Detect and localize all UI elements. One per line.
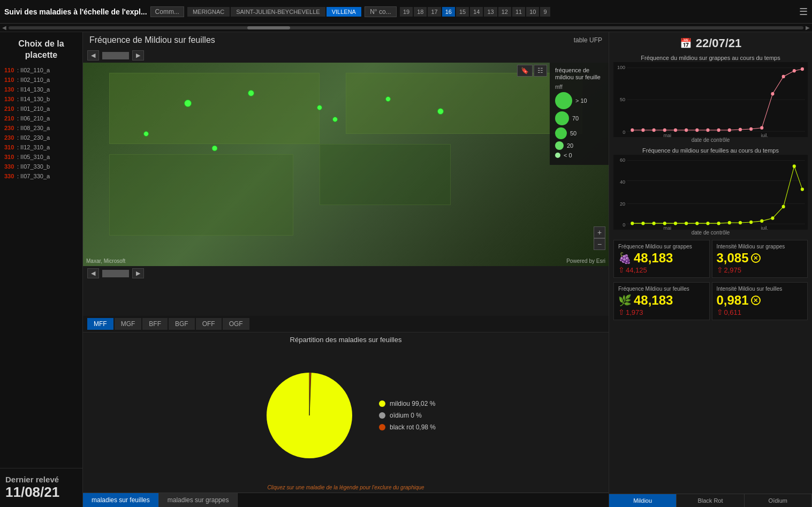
map-container[interactable]: + − 🔖 ☷ Maxar, Microsoft Powered by Esri… xyxy=(83,63,609,266)
zoom-out-button[interactable]: − xyxy=(594,238,605,250)
map-background: + − 🔖 ☷ Maxar, Microsoft Powered by Esri… xyxy=(83,63,609,266)
num-tab-12[interactable]: 12 xyxy=(498,7,511,17)
tab-oidium[interactable]: Oïdium xyxy=(745,494,812,507)
zoom-in-button[interactable]: + xyxy=(594,226,605,238)
svg-text:40: 40 xyxy=(620,179,625,185)
placette-item[interactable]: 330 : II07_330_a xyxy=(0,171,82,181)
placette-item[interactable]: 130 : II14_130_b xyxy=(0,94,82,104)
comm-button[interactable]: Comm... xyxy=(150,6,184,17)
number-tabs: 19 18 17 16 15 14 13 12 11 10 9 xyxy=(400,7,550,17)
map-zoom-controls: + − xyxy=(594,226,605,250)
tab-ogf[interactable]: OGF xyxy=(223,318,249,330)
num-tab-10[interactable]: 10 xyxy=(526,7,539,17)
metric-freq-grappes: Fréquence Mildiou sur grappes 🍇 48,183 ⇧… xyxy=(613,240,710,278)
chart-grappes-section: Fréquence du mildiou sur grappes au cour… xyxy=(609,52,812,145)
location-tabs: MERIGNAC SAINT-JULIEN-BEYCHEVELLE VILLEN… xyxy=(187,7,361,17)
tab-bff[interactable]: BFF xyxy=(142,318,168,330)
placette-num: 210 xyxy=(4,105,16,112)
tab-villena[interactable]: VILLENA xyxy=(327,7,361,17)
num-tab-18[interactable]: 18 xyxy=(414,7,427,17)
tab-black-rot[interactable]: Black Rot xyxy=(677,494,744,507)
metrics-row-2: Fréquence Mildiou sur feuilles 🌿 48,183 … xyxy=(609,280,812,322)
freq-grappes-label: Fréquence Mildiou sur grappes xyxy=(618,244,705,249)
map-prev-arrow[interactable]: ◀ xyxy=(87,50,99,60)
pie-legend-mildiou[interactable]: mildiou 99,02 % xyxy=(379,400,436,407)
num-tab-14[interactable]: 14 xyxy=(470,7,483,17)
tab-merignac[interactable]: MERIGNAC xyxy=(187,7,230,17)
placette-num: 230 xyxy=(4,125,16,131)
num-tab-19[interactable]: 19 xyxy=(400,7,413,17)
chart2-axis-label: date de contrôle xyxy=(613,230,808,236)
pie-legend: mildiou 99,02 % oïdium 0 % black rot 0,9… xyxy=(379,400,436,431)
pie-content: mildiou 99,02 % oïdium 0 % black rot 0,9… xyxy=(83,347,609,483)
menu-button[interactable]: ☰ xyxy=(799,6,808,18)
placette-item[interactable]: 310 : II12_310_a xyxy=(0,142,82,152)
svg-text:mai: mai xyxy=(664,225,672,230)
date-value: 22/07/21 xyxy=(696,36,742,50)
legend-item-5: < 0 xyxy=(555,152,603,158)
map-view-buttons: 🔖 ☷ xyxy=(517,65,547,77)
map-next-arrow[interactable]: ▶ xyxy=(132,50,144,60)
placette-item[interactable]: 210 : II01_210_a xyxy=(0,104,82,113)
placette-item[interactable]: 230 : II02_230_a xyxy=(0,133,82,142)
legend-item-3: 50 xyxy=(555,127,603,139)
placette-item[interactable]: 130 : II14_130_a xyxy=(0,85,82,94)
chart-feuilles-title: Fréquence du mildiou sur feuilles au cou… xyxy=(613,147,808,154)
placette-name: : II12_310_a xyxy=(17,144,50,150)
pie-legend-blackrot[interactable]: black rot 0,98 % xyxy=(379,423,436,431)
placette-item[interactable]: 330 : II07_330_b xyxy=(0,162,82,171)
bottom-metric-tabs: Mildiou Black Rot Oïdium xyxy=(609,494,812,507)
dernier-label: Dernier relevé xyxy=(5,475,77,484)
pie-legend-oidium[interactable]: oïdium 0 % xyxy=(379,412,436,419)
metric-intensite-feuilles: Intensité Mildiou sur feuilles 0,981 ✕ ⇧… xyxy=(712,282,808,320)
grid-button[interactable]: ☷ xyxy=(534,65,547,77)
chart-grappes-area: 100 50 0 xyxy=(613,62,808,137)
tab-bgf[interactable]: BGF xyxy=(169,318,195,330)
oidium-dot xyxy=(379,412,385,419)
x-icon-feuilles: ✕ xyxy=(751,296,761,305)
tab-saint-julien[interactable]: SAINT-JULIEN-BEYCHEVELLE xyxy=(231,7,325,17)
placette-item[interactable]: 110 : II02_110_a xyxy=(0,75,82,85)
blackrot-dot xyxy=(379,424,385,430)
map-next2-arrow[interactable]: ▶ xyxy=(132,268,144,278)
metrics-row-1: Fréquence Mildiou sur grappes 🍇 48,183 ⇧… xyxy=(609,238,812,280)
scroll-thumb xyxy=(247,26,290,29)
placette-item[interactable]: 110 : II02_110_a xyxy=(0,65,82,75)
tab-mildiou[interactable]: Mildiou xyxy=(609,494,677,507)
panel-title: Choix de la placette xyxy=(0,32,82,64)
bookmark-button[interactable]: 🔖 xyxy=(517,65,533,77)
nco-button[interactable]: N° co... xyxy=(365,6,397,17)
scroll-left-arrow[interactable]: ◀ xyxy=(2,25,6,31)
svg-text:100: 100 xyxy=(617,65,625,70)
tab-mff[interactable]: MFF xyxy=(87,318,113,330)
map-nav-bottom: ◀ ▶ xyxy=(83,266,609,281)
placette-item[interactable]: 210 : II06_210_a xyxy=(0,113,82,123)
tab-feuilles[interactable]: maladies sur feuilles xyxy=(83,493,159,507)
num-tab-17[interactable]: 17 xyxy=(428,7,441,17)
chart1-axis-label: date de contrôle xyxy=(613,137,808,143)
placette-item[interactable]: 310 : II05_310_a xyxy=(0,152,82,162)
placette-name: : II08_230_a xyxy=(17,125,50,131)
placette-name: : II01_210_a xyxy=(17,105,50,112)
svg-text:50: 50 xyxy=(620,97,625,102)
pie-note: Cliquez sur une maladie de la légende po… xyxy=(83,483,609,493)
placette-item[interactable]: 230 : II08_230_a xyxy=(0,123,82,133)
tab-grappes[interactable]: maladies sur grappes xyxy=(159,493,238,507)
num-tab-16[interactable]: 16 xyxy=(442,7,455,17)
scroll-track[interactable] xyxy=(9,26,803,29)
placette-name: : II06_210_a xyxy=(17,115,50,122)
num-tab-11[interactable]: 11 xyxy=(512,7,525,17)
tab-mgf[interactable]: MGF xyxy=(115,318,142,330)
tab-off[interactable]: OFF xyxy=(196,318,222,330)
num-tab-9[interactable]: 9 xyxy=(540,7,550,17)
x-icon-grappes: ✕ xyxy=(751,253,761,263)
table-ufp: table UFP xyxy=(574,36,602,44)
pie-chart xyxy=(256,362,363,469)
num-tab-13[interactable]: 13 xyxy=(484,7,497,17)
right-panel: 📅 22/07/21 Fréquence du mildiou sur grap… xyxy=(609,32,812,507)
num-tab-15[interactable]: 15 xyxy=(456,7,469,17)
intensite-feuilles-sub: ⇧ 0,611 xyxy=(717,308,803,316)
metric-intensite-grappes: Intensité Mildiou sur grappes 3,085 ✕ ⇧ … xyxy=(712,240,808,278)
scroll-right-arrow[interactable]: ▶ xyxy=(806,25,810,31)
map-prev2-arrow[interactable]: ◀ xyxy=(87,268,99,278)
